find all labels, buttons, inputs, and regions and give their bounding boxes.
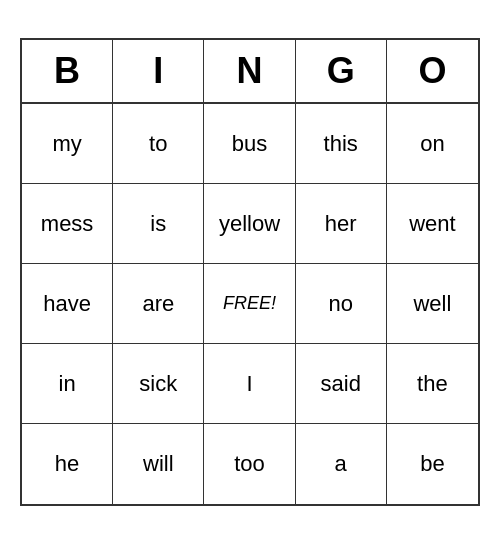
- cell-r2-c4[interactable]: her: [296, 184, 387, 264]
- cell-r4-c3[interactable]: I: [204, 344, 295, 424]
- cell-r1-c3[interactable]: bus: [204, 104, 295, 184]
- cell-r5-c2[interactable]: will: [113, 424, 204, 504]
- cell-r5-c4[interactable]: a: [296, 424, 387, 504]
- cell-r4-c5[interactable]: the: [387, 344, 478, 424]
- cell-r3-c5[interactable]: well: [387, 264, 478, 344]
- cell-r4-c1[interactable]: in: [22, 344, 113, 424]
- cell-r1-c2[interactable]: to: [113, 104, 204, 184]
- header-n: N: [204, 40, 295, 102]
- cell-r3-c1[interactable]: have: [22, 264, 113, 344]
- cell-r5-c3[interactable]: too: [204, 424, 295, 504]
- cell-r1-c1[interactable]: my: [22, 104, 113, 184]
- cell-r1-c5[interactable]: on: [387, 104, 478, 184]
- cell-r2-c1[interactable]: mess: [22, 184, 113, 264]
- header-b: B: [22, 40, 113, 102]
- cell-r5-c1[interactable]: he: [22, 424, 113, 504]
- cell-r3-c3-free[interactable]: FREE!: [204, 264, 295, 344]
- cell-r4-c2[interactable]: sick: [113, 344, 204, 424]
- header-g: G: [296, 40, 387, 102]
- bingo-grid: my to bus this on mess is yellow her wen…: [22, 104, 478, 504]
- cell-r3-c4[interactable]: no: [296, 264, 387, 344]
- cell-r1-c4[interactable]: this: [296, 104, 387, 184]
- cell-r5-c5[interactable]: be: [387, 424, 478, 504]
- bingo-card: B I N G O my to bus this on mess is yell…: [20, 38, 480, 506]
- header-i: I: [113, 40, 204, 102]
- header-o: O: [387, 40, 478, 102]
- cell-r2-c5[interactable]: went: [387, 184, 478, 264]
- cell-r2-c2[interactable]: is: [113, 184, 204, 264]
- cell-r2-c3[interactable]: yellow: [204, 184, 295, 264]
- cell-r3-c2[interactable]: are: [113, 264, 204, 344]
- bingo-header: B I N G O: [22, 40, 478, 104]
- cell-r4-c4[interactable]: said: [296, 344, 387, 424]
